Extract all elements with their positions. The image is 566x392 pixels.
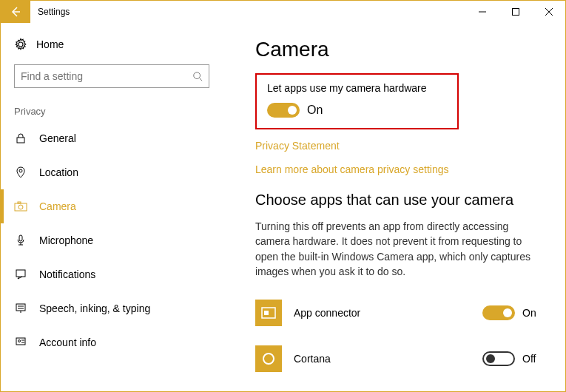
- sidebar-item-label: Notifications: [39, 268, 95, 280]
- svg-rect-1: [512, 9, 519, 16]
- app-row-app-connector: App connector On: [255, 295, 543, 331]
- close-button[interactable]: [532, 1, 565, 23]
- app-toggle-state: Off: [522, 353, 543, 365]
- window-title: Settings: [30, 1, 77, 23]
- sidebar-item-label: Location: [39, 166, 78, 178]
- svg-point-7: [18, 205, 23, 209]
- sidebar-item-account[interactable]: Account info: [1, 325, 223, 359]
- master-toggle-label: Let apps use my camera hardware: [267, 82, 447, 94]
- svg-point-15: [18, 340, 21, 342]
- back-button[interactable]: [1, 1, 30, 23]
- sidebar-item-camera[interactable]: Camera: [1, 189, 223, 223]
- maximize-button[interactable]: [499, 1, 532, 23]
- gear-icon: [14, 38, 27, 51]
- app-name: Cortana: [294, 353, 482, 365]
- svg-point-5: [19, 169, 22, 172]
- notifications-icon: [14, 268, 27, 280]
- highlight-box: Let apps use my camera hardware On: [255, 73, 459, 129]
- sidebar-item-label: Speech, inking, & typing: [39, 303, 150, 314]
- svg-rect-10: [16, 270, 25, 277]
- section-label: Privacy: [1, 101, 223, 121]
- camera-icon: [14, 201, 27, 212]
- app-connector-toggle[interactable]: [482, 305, 515, 320]
- svg-rect-14: [16, 338, 25, 345]
- account-icon: [14, 337, 27, 348]
- learn-more-link[interactable]: Learn more about camera privacy settings: [255, 163, 543, 175]
- minimize-button[interactable]: [465, 1, 499, 23]
- master-toggle-state: On: [307, 104, 323, 117]
- page-subheading: Choose apps that can use your camera: [255, 192, 543, 209]
- svg-line-3: [200, 78, 203, 81]
- sidebar-item-notifications[interactable]: Notifications: [1, 257, 223, 291]
- svg-rect-4: [17, 138, 24, 143]
- sidebar-item-general[interactable]: General: [1, 121, 223, 155]
- sidebar-item-label: Microphone: [39, 234, 93, 246]
- search-input[interactable]: [21, 70, 192, 82]
- titlebar-spacer: [77, 1, 465, 23]
- app-name: App connector: [294, 307, 482, 319]
- search-icon: [192, 71, 203, 81]
- sidebar-item-microphone[interactable]: Microphone: [1, 223, 223, 257]
- cortana-toggle[interactable]: [482, 351, 515, 366]
- page-heading: Camera: [255, 38, 543, 61]
- svg-rect-9: [19, 235, 22, 241]
- master-toggle[interactable]: [267, 103, 300, 118]
- lock-icon: [14, 132, 27, 144]
- svg-rect-8: [18, 202, 21, 203]
- svg-rect-11: [16, 304, 25, 311]
- sidebar-item-location[interactable]: Location: [1, 155, 223, 189]
- app-row-cortana: Cortana Off: [255, 341, 543, 376]
- sidebar-item-label: Account info: [39, 337, 96, 348]
- svg-point-20: [263, 354, 274, 364]
- privacy-statement-link[interactable]: Privacy Statement: [255, 140, 543, 152]
- app-connector-icon: [255, 300, 282, 326]
- location-icon: [14, 166, 27, 178]
- app-toggle-state: On: [522, 307, 543, 319]
- description-text: Turning this off prevents an app from di…: [255, 219, 536, 279]
- search-input-container[interactable]: [14, 64, 209, 88]
- sidebar-item-label: General: [39, 132, 76, 144]
- svg-point-2: [194, 72, 201, 79]
- svg-rect-19: [264, 311, 269, 315]
- home-label: Home: [36, 38, 64, 50]
- home-button[interactable]: Home: [1, 30, 223, 64]
- speech-icon: [14, 303, 27, 314]
- microphone-icon: [14, 234, 27, 246]
- sidebar-item-label: Camera: [39, 200, 76, 212]
- sidebar-item-speech[interactable]: Speech, inking, & typing: [1, 291, 223, 325]
- cortana-icon: [255, 345, 282, 372]
